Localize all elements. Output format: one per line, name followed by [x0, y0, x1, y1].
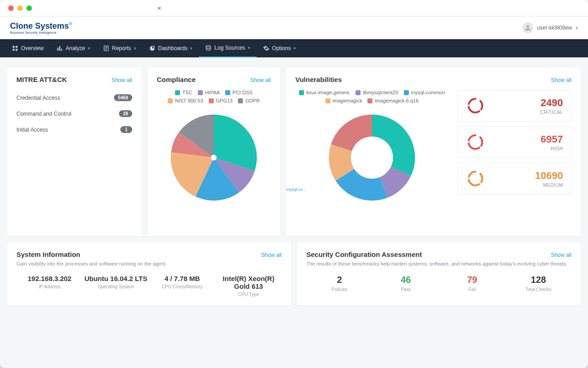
svg-rect-1: [15, 46, 17, 48]
legend-label: imagemagick-6.q16: [375, 98, 418, 103]
stat-value: 6957: [541, 133, 563, 145]
nav-log-sources[interactable]: Log Sources ▾: [199, 39, 256, 57]
sca-label: Policies: [306, 287, 373, 292]
nav-reports[interactable]: Reports ▾: [97, 39, 143, 57]
legend-swatch: [238, 98, 243, 103]
logo: Clone Systems® Business Security Intelli…: [10, 21, 72, 34]
app-header: Clone Systems® Business Security Intelli…: [0, 16, 588, 39]
tab-close-icon[interactable]: ×: [157, 4, 161, 12]
legend-item[interactable]: GPG13: [209, 98, 233, 103]
card-subtitle: Gain visibility into the processes and s…: [16, 261, 282, 266]
legend-item[interactable]: TSC: [175, 90, 192, 95]
legend-item[interactable]: GDPR: [238, 98, 260, 103]
compliance-pie-chart: [166, 110, 262, 205]
show-all-link[interactable]: Show all: [551, 77, 572, 83]
window-zoom-button[interactable]: [26, 5, 32, 11]
list-item[interactable]: Command and Control 28: [16, 106, 132, 122]
legend-label: imagemagick: [333, 98, 362, 103]
window-close-button[interactable]: [8, 5, 14, 11]
show-all-link[interactable]: Show all: [551, 252, 572, 258]
legend-item[interactable]: linux-image-generic: [299, 90, 350, 95]
card-title: MITRE ATT&CK: [16, 76, 67, 83]
compliance-legend: TSCHIPAAPCI DSSNIST 800 53GPG13GDPR: [157, 90, 271, 103]
stat-label: CRITICAL: [540, 110, 563, 115]
user-name: user-kk9i09ew: [537, 25, 572, 31]
card-subtitle: The results of these benchmarks help har…: [306, 261, 572, 266]
svg-point-11: [206, 46, 211, 47]
sca-label: Fail: [439, 287, 505, 292]
nav-overview[interactable]: Overview: [5, 39, 50, 57]
card-title: Compliance: [157, 76, 196, 83]
compliance-card: Compliance Show all TSCHIPAAPCI DSSNIST …: [148, 67, 280, 236]
vulnerabilities-donut-chart: [324, 110, 420, 205]
window-chrome: ×: [0, 0, 588, 16]
severity-stat-card[interactable]: 2490 CRITICAL: [458, 90, 572, 122]
traffic-lights: [8, 5, 32, 11]
chevron-down-icon: ▾: [248, 46, 250, 50]
severity-stat-card[interactable]: 6957 HIGH: [458, 126, 572, 158]
nav-label: Analyze: [66, 45, 85, 51]
card-title: Vulnerabilities: [295, 76, 342, 83]
sca-card: Security Configuration Assessment Show a…: [297, 242, 581, 305]
legend-swatch: [198, 90, 203, 95]
legend-label: GPG13: [216, 98, 233, 103]
legend-item[interactable]: HIPAA: [198, 90, 220, 95]
count-badge: 28: [119, 110, 132, 117]
gear-icon: [263, 45, 269, 51]
stat-label: MEDIUM: [535, 183, 563, 188]
show-all-link[interactable]: Show all: [112, 77, 132, 83]
nav-label: Reports: [112, 45, 131, 51]
list-item[interactable]: Initial Access 1: [16, 122, 132, 138]
browser-window: × Clone Systems® Business Security Intel…: [0, 0, 588, 368]
nav-analyze[interactable]: Analyze ▾: [50, 39, 97, 57]
legend-item[interactable]: PCI DSS: [225, 90, 253, 95]
legend-item[interactable]: libmysqlclient20: [356, 90, 398, 95]
show-all-link[interactable]: Show all: [250, 77, 271, 83]
sca-item: 128Total Checks: [505, 275, 572, 292]
sca-item: 2Policies: [306, 275, 373, 292]
info-label: Operating System: [83, 284, 150, 289]
info-item: 4 / 7.78 MBCPU Cores/Memory: [149, 275, 216, 297]
svg-rect-0: [13, 46, 15, 48]
content-area: MITRE ATT&CK Show all Credential Access …: [0, 57, 588, 368]
list-item-label: Initial Access: [16, 127, 48, 133]
nav-dashboards[interactable]: Dashboards ▾: [143, 39, 199, 57]
main-nav: Overview Analyze ▾ Reports ▾ Dashboards …: [0, 39, 588, 57]
svg-point-13: [466, 97, 485, 115]
sca-value: 79: [439, 275, 505, 285]
dashboards-icon: [149, 45, 155, 51]
count-badge: 1: [120, 126, 132, 133]
severity-ring-icon: [466, 169, 485, 188]
legend-swatch: [356, 90, 361, 95]
analyze-icon: [57, 45, 63, 51]
sca-value: 128: [505, 275, 572, 285]
stat-value: 10690: [535, 170, 563, 182]
list-item-label: Credential Access: [16, 95, 60, 101]
legend-item[interactable]: NIST 800 53: [168, 98, 203, 103]
show-all-link[interactable]: Show all: [261, 252, 282, 258]
list-item[interactable]: Credential Access 5468: [16, 90, 132, 106]
svg-point-14: [466, 133, 485, 151]
info-value: 4 / 7.78 MB: [149, 275, 216, 282]
list-item-label: Command and Control: [16, 111, 72, 117]
nav-label: Dashboards: [158, 45, 188, 51]
logo-text: Clone Systems®: [10, 21, 72, 31]
svg-rect-6: [61, 49, 62, 51]
legend-label: TSC: [182, 90, 192, 95]
legend-item[interactable]: imagemagick-6.q16: [367, 98, 418, 103]
legend-swatch: [404, 90, 409, 95]
legend-item[interactable]: mysql-common: [404, 90, 445, 95]
legend-label: GDPR: [245, 98, 260, 103]
severity-stat-card[interactable]: 10690 MEDIUM: [458, 163, 572, 194]
legend-label: mysql-common: [411, 90, 445, 95]
severity-ring-icon: [466, 97, 485, 115]
svg-rect-3: [15, 49, 17, 51]
reports-icon: [103, 45, 109, 51]
legend-swatch: [209, 98, 214, 103]
nav-options[interactable]: Options ▾: [257, 39, 302, 57]
avatar-icon: [522, 22, 533, 33]
legend-item[interactable]: imagemagick: [325, 98, 362, 103]
user-menu[interactable]: user-kk9i09ew ▾: [522, 22, 578, 33]
window-minimize-button[interactable]: [17, 5, 23, 11]
info-item: Intel(R) Xeon(R) Gold 613CPU Type: [216, 275, 282, 297]
